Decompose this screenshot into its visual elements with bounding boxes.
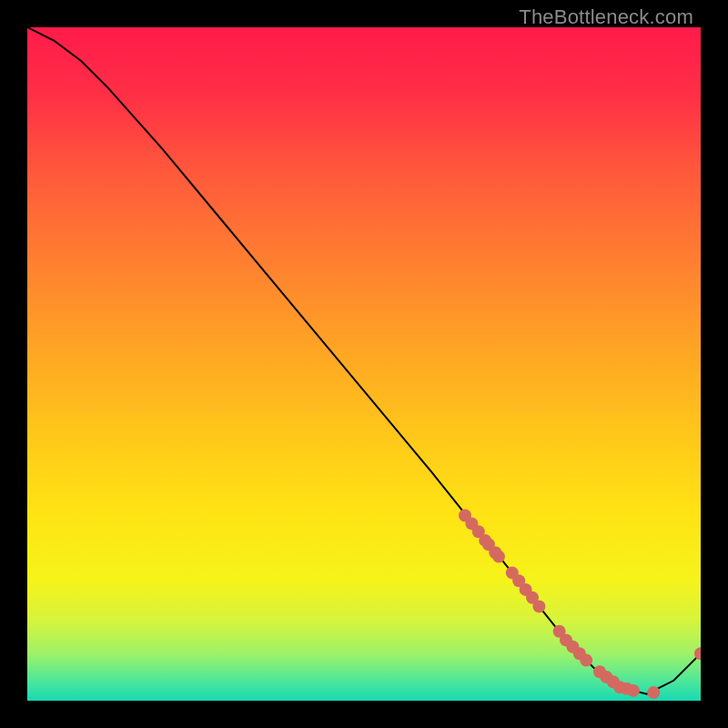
marker-dot [580,654,592,667]
marker-dot [532,600,545,612]
marker-dot [647,686,660,699]
gradient-background [27,27,701,701]
chart-area [27,27,701,701]
marker-dot [492,551,505,563]
marker-dot [627,684,640,697]
chart-svg [27,27,701,701]
watermark-text: TheBottleneck.com [519,5,693,29]
